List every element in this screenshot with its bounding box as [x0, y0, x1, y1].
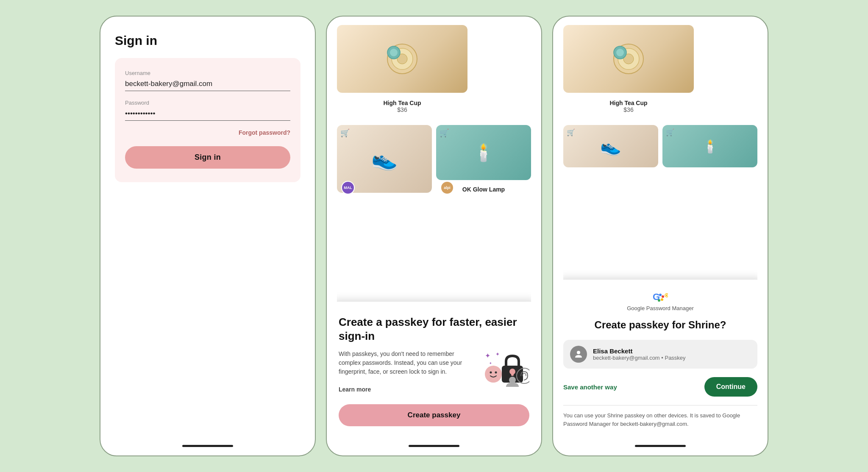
phone-1: Sign in Username Password Forgot passwor…: [100, 16, 316, 456]
peace-hand-svg: [472, 25, 531, 118]
passkey-text-block: With passkeys, you don't need to remembe…: [339, 350, 476, 394]
lamp-name: OK Glow Lamp: [462, 186, 505, 193]
phone3-screen: High Tea Cup $36 👟: [563, 25, 757, 440]
cart-icon-lamp: 🛒: [440, 128, 449, 138]
product-lamp: 🕯️ 🛒 alpi OK Glow Lamp: [436, 125, 531, 193]
username-group: Username: [125, 70, 290, 91]
phone2-home-bar: [327, 440, 541, 455]
svg-point-34: [577, 351, 580, 354]
passkey-desc-span: With passkeys, you don't need to remembe…: [339, 350, 462, 375]
account-info: Elisa Beckett beckett-bakery@gmail.com •…: [593, 347, 751, 361]
passkey-description: With passkeys, you don't need to remembe…: [339, 350, 529, 394]
svg-point-28: [658, 299, 660, 302]
svg-point-22: [616, 49, 624, 56]
account-row: Elisa Beckett beckett-bakery@gmail.com •…: [563, 340, 757, 369]
signin-button[interactable]: Sign in: [125, 146, 290, 169]
phone1-content: Sign in Username Password Forgot passwor…: [100, 17, 315, 440]
svg-point-11: [485, 366, 502, 383]
home-indicator-3: [635, 445, 686, 447]
create-passkey-button[interactable]: Create passkey: [339, 404, 529, 426]
shoes-emoji: 👟: [371, 147, 398, 171]
account-email: beckett-bakery@gmail.com • Passkey: [593, 355, 751, 361]
product-tea-cup-p3: High Tea Cup $36: [563, 25, 694, 120]
password-input[interactable]: [125, 108, 290, 121]
passkey-icons-svg: ✦ ✦ ✦: [483, 350, 529, 388]
peace-hand-container-p3: [698, 25, 757, 120]
lamp-img-p3: 🕯️ 🛒: [662, 125, 757, 167]
tea-cup-image: [337, 25, 467, 93]
product-shoes: 👟 🛒 MAL: [337, 125, 432, 193]
key-icon-group: [665, 294, 668, 297]
passkey-description-text: With passkeys, you don't need to remembe…: [339, 350, 476, 394]
svg-text:✦: ✦: [485, 352, 490, 359]
signin-card: Username Password Forgot password? Sign …: [115, 58, 300, 182]
phone2-screen: High Tea Cup $36: [337, 25, 531, 440]
cart-icon-lamp-p3: 🛒: [666, 128, 674, 136]
peace-hand-svg-p3: [698, 25, 757, 118]
lamp-emoji-p3: 🕯️: [702, 139, 718, 154]
avatar-alpi: alpi: [440, 181, 454, 194]
phone2-content: High Tea Cup $36: [327, 17, 541, 440]
signin-container: Sign in Username Password Forgot passwor…: [111, 25, 305, 191]
svg-point-12: [490, 372, 492, 374]
google-logo-svg: G: [653, 292, 668, 302]
product-shoes-p3: 👟 🛒: [563, 125, 658, 167]
product-row-bottom-p3: 👟 🛒 🕯️ 🛒: [563, 125, 757, 167]
plates-svg-p3: [612, 42, 645, 76]
product-row-top: High Tea Cup $36: [337, 25, 531, 120]
lamp-emoji: 🕯️: [473, 143, 494, 163]
phone-3: High Tea Cup $36 👟: [552, 16, 768, 456]
svg-point-26: [662, 295, 664, 298]
phone3-content: High Tea Cup $36 👟: [553, 17, 768, 440]
svg-point-27: [661, 298, 663, 301]
svg-rect-9: [511, 372, 514, 376]
passkey-sheet-title: Create a passkey for faster, easier sign…: [339, 315, 529, 343]
tea-cup-price: $36: [397, 106, 407, 113]
shoes-img-p3: 👟 🛒: [563, 125, 658, 167]
gpm-actions: Save another way Continue: [563, 377, 757, 397]
gpm-title: Create passkey for Shrine?: [563, 318, 757, 331]
plates-svg: [385, 42, 419, 76]
gpm-footer-text: You can use your Shrine passkey on other…: [563, 411, 757, 428]
gpm-sheet: G: [563, 280, 757, 440]
save-another-way-link[interactable]: Save another way: [563, 383, 617, 391]
product-row-top-p3: High Tea Cup $36: [563, 25, 757, 120]
product-row-bottom: 👟 🛒 MAL 🕯️ 🛒 alpi OK Glow Lamp: [337, 125, 531, 193]
svg-point-4: [390, 49, 398, 56]
continue-button[interactable]: Continue: [704, 377, 757, 397]
product-lamp-p3: 🕯️ 🛒: [662, 125, 757, 167]
svg-text:✦: ✦: [495, 351, 500, 357]
gpm-divider: [563, 405, 757, 405]
username-label: Username: [125, 70, 290, 76]
forgot-password-link[interactable]: Forgot password?: [125, 129, 290, 136]
svg-point-30: [666, 294, 668, 296]
password-group: Password: [125, 100, 290, 121]
peace-hand-container: [472, 25, 531, 120]
home-indicator: [182, 445, 233, 447]
phone-2: High Tea Cup $36: [326, 16, 542, 456]
svg-point-14: [509, 377, 516, 383]
passkey-sheet: Create a passkey for faster, easier sign…: [337, 302, 531, 440]
tea-cup-name: High Tea Cup: [383, 100, 421, 106]
cart-icon-shoes: 🛒: [340, 128, 350, 138]
signin-title: Sign in: [115, 33, 300, 48]
person-icon: [573, 349, 584, 359]
username-input[interactable]: [125, 78, 290, 91]
svg-text:✦: ✦: [489, 361, 492, 365]
svg-point-13: [495, 372, 497, 374]
avatar-mal: MAL: [341, 181, 355, 194]
cart-icon-shoes-p3: 🛒: [567, 128, 575, 136]
lamp-image: 🕯️ 🛒: [436, 125, 531, 180]
account-name: Elisa Beckett: [593, 347, 751, 355]
tea-cup-price-p3: $36: [623, 106, 633, 113]
phone3-home-bar: [553, 440, 768, 455]
google-logo: G: [653, 292, 668, 302]
tea-cup-image-p3: [563, 25, 694, 93]
product-tea-cup: High Tea Cup $36: [337, 25, 467, 120]
gpm-header: G: [563, 292, 757, 311]
home-indicator-2: [409, 445, 459, 447]
learn-more-link[interactable]: Learn more: [339, 386, 371, 393]
shoes-emoji-p3: 👟: [600, 136, 621, 156]
password-label: Password: [125, 100, 290, 106]
svg-point-25: [659, 294, 662, 296]
